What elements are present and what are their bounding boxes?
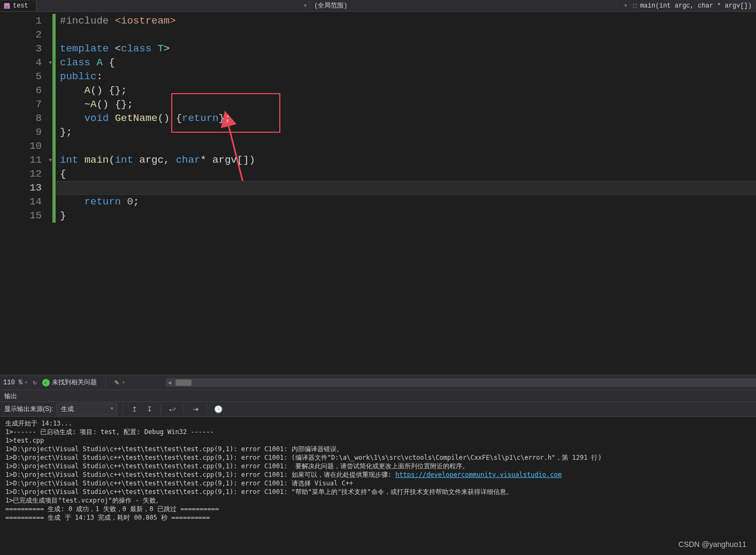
output-panel: 输出 显示输出来源(S): 生成 ▾ ↥ ↧ ⮐ ⇥ 🕓 生成开始于 14:13…: [0, 390, 756, 543]
cpp-file-icon: c: [3, 2, 11, 10]
code-line[interactable]: public:: [56, 70, 756, 83]
horizontal-scrollbar[interactable]: ◀: [166, 378, 756, 387]
line-number: 12: [0, 167, 42, 181]
file-tab-label: test: [13, 2, 28, 10]
code-line[interactable]: ~A() {};: [56, 97, 756, 111]
line-number: 15: [0, 209, 42, 223]
divider: [161, 405, 161, 414]
line-number: 8: [0, 111, 42, 125]
code-line[interactable]: [56, 28, 756, 42]
code-line[interactable]: [56, 139, 756, 153]
divider: [184, 405, 184, 414]
output-line: 1>D:\project\Visual Studio\c++\test\test…: [5, 488, 751, 496]
output-line: 1>D:\project\Visual Studio\c++\test\test…: [5, 453, 751, 462]
line-number: 11: [0, 153, 42, 167]
timestamp-icon[interactable]: 🕓: [212, 404, 224, 415]
output-line: 1>D:\project\Visual Studio\c++\test\test…: [5, 445, 751, 453]
scope-dropdown[interactable]: (全局范围): [309, 1, 352, 10]
code-line[interactable]: A() {};: [56, 83, 756, 97]
output-line: 1>已完成生成项目"test.vcxproj"的操作 - 失败。: [5, 496, 751, 505]
line-number: 14: [0, 195, 42, 209]
line-number: 2: [0, 28, 42, 42]
line-number: 3: [0, 42, 42, 56]
line-number-gutter: 123456789101112131415: [0, 12, 52, 375]
function-icon: ⬚: [633, 2, 637, 10]
output-line: ========== 生成 于 14:13 完成，耗时 00.805 秒 ===…: [5, 513, 751, 522]
output-source-select[interactable]: 生成 ▾: [56, 403, 117, 415]
prev-message-icon[interactable]: ↥: [128, 404, 140, 415]
status-divider: [105, 377, 106, 388]
code-line[interactable]: template <class T>: [56, 42, 756, 56]
code-line[interactable]: }: [56, 209, 756, 223]
line-number: 7: [0, 97, 42, 111]
output-toolbar: 显示输出来源(S): 生成 ▾ ↥ ↧ ⮐ ⇥ 🕓: [0, 402, 756, 417]
svg-text:c: c: [6, 4, 8, 9]
output-text[interactable]: 生成开始于 14:13...1>------ 已启动生成: 项目: test, …: [0, 417, 756, 543]
chevron-down-icon: ▾: [25, 379, 27, 385]
output-line: 1>D:\project\Visual Studio\c++\test\test…: [5, 462, 751, 470]
output-source-label: 显示输出来源(S):: [4, 405, 53, 414]
brush-icon[interactable]: ✎▾: [114, 378, 125, 387]
output-link[interactable]: https://developercommunity.visualstudio.…: [395, 471, 562, 478]
line-number: 9: [0, 125, 42, 139]
output-line: 1>D:\project\Visual Studio\c++\test\test…: [5, 479, 751, 488]
code-line[interactable]: ▾class A {: [56, 56, 756, 70]
nav-arrows-icon: ▾: [301, 2, 309, 10]
divider: [207, 405, 207, 414]
check-icon: ✓: [42, 379, 50, 386]
editor-status-bar: 110 % ▾ ↻ ✓ 未找到相关问题 ✎▾ ◀: [0, 375, 756, 390]
code-content[interactable]: #include <iostream>template <class T>▾cl…: [56, 12, 756, 375]
nav-chevron-icon: ▾: [622, 2, 630, 10]
line-number: 4: [0, 56, 42, 70]
code-line[interactable]: return 0;: [56, 195, 756, 209]
output-line: 生成开始于 14:13...: [5, 419, 751, 428]
output-line: 1>test.cpp: [5, 436, 751, 445]
editor-top-bar: c test ▾ (全局范围) ▾ ⬚ main(int argc, char …: [0, 0, 756, 12]
code-line[interactable]: ▾int main(int argc, char* argv[]): [56, 153, 756, 167]
code-editor[interactable]: 123456789101112131415 #include <iostream…: [0, 12, 756, 375]
code-line[interactable]: };: [56, 125, 756, 139]
zoom-level[interactable]: 110 % ▾: [3, 379, 27, 386]
output-line: 1>------ 已启动生成: 项目: test, 配置: Debug Win3…: [5, 428, 751, 436]
scroll-thumb[interactable]: [175, 379, 192, 386]
line-number: 10: [0, 139, 42, 153]
line-number: 5: [0, 70, 42, 83]
next-message-icon[interactable]: ↧: [143, 404, 155, 415]
file-tab[interactable]: c test: [0, 1, 36, 11]
highlight-arrow: [56, 12, 56, 12]
code-line[interactable]: [56, 181, 756, 195]
code-line[interactable]: void GetName() {return};: [56, 111, 756, 125]
divider: [123, 405, 123, 414]
code-line[interactable]: {: [56, 167, 756, 181]
no-issues-status[interactable]: ✓ 未找到相关问题: [42, 378, 97, 387]
scope-label: (全局范围): [314, 1, 347, 10]
line-number: 1: [0, 14, 42, 28]
line-number: 6: [0, 83, 42, 97]
chevron-down-icon: ▾: [111, 406, 113, 411]
line-number: 13: [0, 181, 42, 195]
output-line: ========== 生成: 0 成功，1 失败，0 最新，0 已跳过 ====…: [5, 505, 751, 513]
code-line[interactable]: #include <iostream>: [56, 14, 756, 28]
clear-output-icon[interactable]: ⮐: [166, 404, 178, 415]
scroll-left-icon[interactable]: ◀: [166, 379, 173, 386]
refresh-icon[interactable]: ↻: [33, 378, 36, 386]
fold-icon[interactable]: ▾: [48, 56, 52, 70]
fold-icon[interactable]: ▾: [48, 153, 52, 167]
function-dropdown[interactable]: ▾ ⬚ main(int argc, char * argv[]): [617, 2, 756, 10]
function-label: main(int argc, char * argv[]): [640, 2, 752, 10]
output-line: 1>D:\project\Visual Studio\c++\test\test…: [5, 470, 751, 479]
word-wrap-icon[interactable]: ⇥: [189, 404, 201, 415]
output-panel-title: 输出: [0, 390, 756, 402]
